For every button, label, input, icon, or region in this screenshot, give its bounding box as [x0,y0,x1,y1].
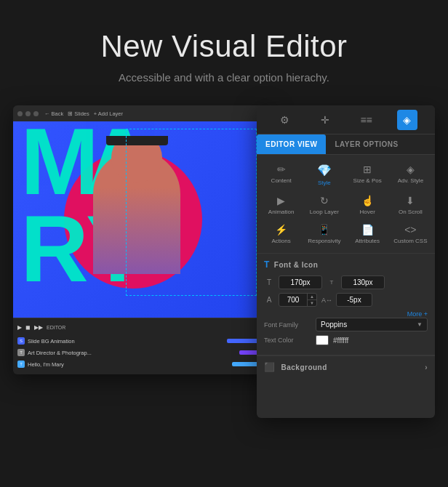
actions-icon: ⚡ [275,224,287,236]
style-icon: 💎 [317,164,332,177]
spinbox-arrows: ▲ ▼ [307,294,316,306]
on-scroll-label: On Scroll [399,209,423,215]
font-section-icon: T [264,259,270,270]
responsivity-tab[interactable]: 📱 Responsivity [303,220,345,249]
editor-bottom: ▶ ◼ ▶▶ EDITOR S Slide BG Animation T Art… [13,318,271,374]
attributes-tab[interactable]: 📄 Attributes [346,220,389,249]
play-btn[interactable]: ▶ [17,324,22,331]
color-hex-value: #ffffff [333,337,348,345]
panel-topbar: ⚙ ✛ ≡≡ ◈ [257,105,435,134]
text-color-label: Text Color [264,337,311,344]
dot2 [25,111,31,116]
font-size-input[interactable] [279,275,322,289]
font-size2-icon: T [327,279,337,286]
letter-spacing-input[interactable] [336,293,372,307]
animation-tab[interactable]: ▶ Animation [260,190,303,220]
layer-item-1[interactable]: S Slide BG Animation [17,336,267,346]
gear-icon[interactable]: ⚙ [274,110,295,130]
dot3 [33,111,39,116]
hero-section: New Visual Editor Accessible and with a … [0,0,448,105]
on-scroll-icon: ⬇ [406,195,415,206]
layer-list: S Slide BG Animation T Art Director & Ph… [17,336,267,369]
spinbox-down[interactable]: ▼ [308,300,316,306]
move-icon[interactable]: ✛ [315,110,335,130]
content-tab[interactable]: ✏ Content [260,159,303,190]
stack-icon[interactable]: ◈ [397,110,417,130]
background-section[interactable]: ⬛ Background › [257,355,435,378]
layer-icon-3: T [17,361,25,368]
chevron-down-icon: ▼ [417,321,423,328]
dot1 [17,111,23,116]
layers-icon[interactable]: ≡≡ [356,110,377,130]
font-family-label: Font Family [264,321,311,329]
font-weight-icon: A [264,296,274,304]
action-tabs-grid: ✏ Content 💎 Style ⊞ Size & Pos ◈ Adv. St… [257,155,435,254]
layer-name-1: Slide BG Animation [28,338,224,345]
hover-icon: ☝ [361,195,374,206]
back-btn[interactable]: ← Back [44,110,63,117]
font-weight-spinbox[interactable]: ▲ ▼ [279,293,317,307]
font-icon-section: T Font & Icon T T A ▲ ▼ [257,254,435,355]
adv-style-label: Adv. Style [398,177,423,184]
loop-icon: ↻ [320,195,329,206]
size-pos-tab[interactable]: ⊞ Size & Pos [346,159,389,190]
topbar-items: ← Back ⊞ Slides + Add Layer [44,110,123,117]
person-body [93,150,180,274]
custom-css-tab[interactable]: <> Custom CSS [389,220,432,249]
style-label: Style [318,180,331,186]
font-icon-header: T Font & Icon [264,259,428,270]
adv-style-icon: ◈ [407,164,415,175]
layer-name-3: Hello, I'm Mary [28,361,229,368]
letter-spacing-icon: A↔ [321,297,332,304]
font-section-title: Font & Icon [274,261,319,269]
loop-layer-tab[interactable]: ↻ Loop Layer [303,190,345,220]
layer-options-tab[interactable]: LAYER OPTIONS [326,134,407,154]
editor-screenshot: ← Back ⊞ Slides + Add Layer A M A R Y [13,105,271,374]
expand-chevron-icon: › [425,363,428,371]
style-tab[interactable]: 💎 Style [303,159,345,190]
background-icon: ⬛ [264,362,276,372]
background-title: Background [281,363,327,371]
right-panel: ⚙ ✛ ≡≡ ◈ EDITOR VIEW LAYER OPTIONS ✏ Con… [257,105,435,418]
more-text[interactable]: More + [407,310,428,318]
font-weight-row: A ▲ ▼ A↔ [264,293,428,307]
slides-btn[interactable]: ⊞ Slides [68,110,89,117]
font-family-row: Font Family Poppins ▼ [264,318,428,331]
editor-view-tab[interactable]: EDITOR VIEW [257,134,326,154]
font-family-select[interactable]: Poppins ▼ [316,318,428,331]
content-label: Content [271,177,292,184]
size-pos-icon: ⊞ [363,164,372,175]
next-btn[interactable]: ▶▶ [34,324,43,331]
layer-icon-1: S [17,337,25,345]
custom-css-icon: <> [404,224,416,236]
attributes-icon: 📄 [361,224,374,236]
responsivity-icon: 📱 [318,224,330,236]
actions-tab[interactable]: ⚡ Actions [260,220,303,249]
on-scroll-tab[interactable]: ⬇ On Scroll [389,190,432,220]
hero-title: New Visual Editor [15,29,433,64]
panel-tabs: EDITOR VIEW LAYER OPTIONS [257,134,435,155]
stop-btn[interactable]: ◼ [25,324,31,331]
animation-label: Animation [268,209,295,215]
color-swatch[interactable] [316,335,329,345]
spinbox-up[interactable]: ▲ [308,294,316,300]
font-weight-input[interactable] [279,294,307,306]
attributes-label: Attributes [355,238,380,244]
actions-label: Actions [272,238,291,244]
letter-r: R [20,194,89,303]
hover-label: Hover [359,209,375,215]
layer-item-2[interactable]: T Art Director & Photograp... [17,347,267,358]
font-family-value: Poppins [321,321,347,329]
more-link[interactable]: More + [264,310,428,318]
layer-item-3[interactable]: T Hello, I'm Mary [17,359,267,369]
font-size-row: T T [264,275,428,289]
editor-canvas: M A R Y [13,121,271,318]
person-hat [106,136,168,145]
text-color-row: Text Color #ffffff [264,335,428,345]
font-size2-input[interactable] [341,275,385,289]
add-layer-btn[interactable]: + Add Layer [94,110,123,117]
adv-style-tab[interactable]: ◈ Adv. Style [389,159,432,190]
hover-tab[interactable]: ☝ Hover [346,190,389,220]
layer-name-2: Art Director & Photograp... [28,350,236,356]
size-pos-label: Size & Pos [353,177,382,184]
